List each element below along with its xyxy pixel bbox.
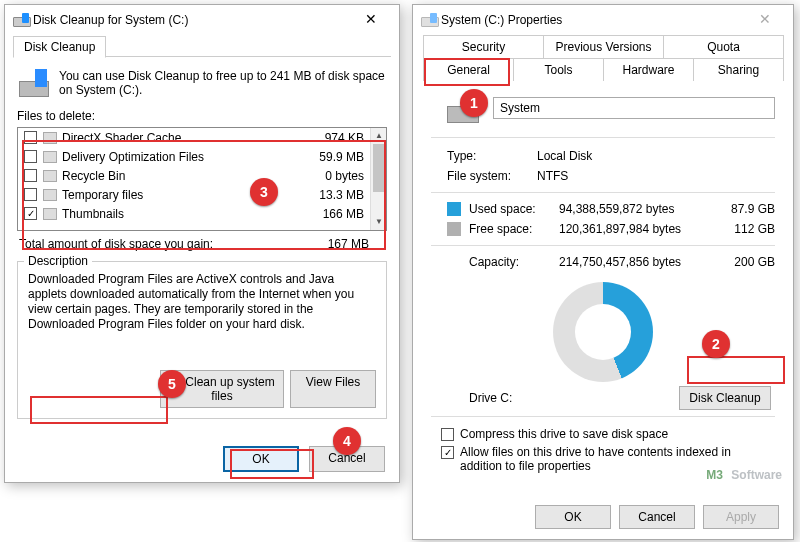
drive-icon (13, 13, 29, 27)
file-icon (43, 151, 57, 163)
file-icon (43, 208, 57, 220)
tab-hardware[interactable]: Hardware (603, 58, 694, 81)
type-label: Type: (447, 149, 537, 163)
list-item[interactable]: ✓Thumbnails166 MB (18, 204, 370, 223)
files-list: DirectX Shader Cache974 KB Delivery Opti… (17, 127, 387, 231)
drive-icon (447, 93, 479, 123)
tab-security[interactable]: Security (423, 35, 544, 58)
checkbox[interactable] (24, 169, 37, 182)
free-swatch (447, 222, 461, 236)
tab-strip: Security Previous Versions Quota General… (423, 35, 783, 79)
item-size: 166 MB (304, 207, 364, 221)
used-bytes: 94,388,559,872 bytes (559, 202, 715, 216)
file-icon (43, 189, 57, 201)
titlebar: System (C:) Properties ✕ (413, 5, 793, 35)
item-name: DirectX Shader Cache (62, 131, 304, 145)
used-label: Used space: (469, 202, 559, 216)
tab-sharing[interactable]: Sharing (693, 58, 784, 81)
titlebar: Disk Cleanup for System (C:) ✕ (5, 5, 399, 35)
tab-general[interactable]: General (423, 58, 514, 81)
used-gb: 87.9 GB (715, 202, 775, 216)
item-name: Temporary files (62, 188, 304, 202)
shield-icon (169, 376, 181, 388)
tab-disk-cleanup[interactable]: Disk Cleanup (13, 36, 106, 58)
list-item[interactable]: Temporary files13.3 MB (18, 185, 370, 204)
item-size: 59.9 MB (304, 150, 364, 164)
usage-donut-chart (553, 282, 653, 382)
compress-label: Compress this drive to save disk space (460, 427, 668, 441)
filesystem-label: File system: (447, 169, 537, 183)
cancel-button[interactable]: Cancel (309, 446, 385, 472)
close-icon[interactable]: ✕ (745, 10, 785, 30)
file-icon (43, 170, 57, 182)
item-name: Delivery Optimization Files (62, 150, 304, 164)
capacity-gb: 200 GB (715, 255, 775, 269)
description-label: Description (24, 254, 92, 268)
disk-cleanup-dialog: Disk Cleanup for System (C:) ✕ Disk Clea… (4, 4, 400, 483)
checkbox[interactable] (24, 150, 37, 163)
disk-cleanup-button[interactable]: Disk Cleanup (679, 386, 771, 410)
checkbox[interactable] (24, 188, 37, 201)
scroll-down-icon[interactable]: ▼ (371, 214, 387, 230)
item-name: Thumbnails (62, 207, 304, 221)
checkbox[interactable]: ✓ (441, 446, 454, 459)
ok-button[interactable]: OK (223, 446, 299, 472)
free-bytes: 120,361,897,984 bytes (559, 222, 715, 236)
scroll-up-icon[interactable]: ▲ (371, 128, 387, 144)
list-item[interactable]: Recycle Bin0 bytes (18, 166, 370, 185)
description-group: Description Downloaded Program Files are… (17, 261, 387, 419)
window-title: System (C:) Properties (437, 13, 745, 27)
item-size: 0 bytes (304, 169, 364, 183)
ok-button[interactable]: OK (535, 505, 611, 529)
checkbox[interactable] (441, 428, 454, 441)
tab-previous-versions[interactable]: Previous Versions (543, 35, 664, 58)
used-swatch (447, 202, 461, 216)
item-name: Recycle Bin (62, 169, 304, 183)
apply-button[interactable]: Apply (703, 505, 779, 529)
item-size: 974 KB (304, 131, 364, 145)
description-text: Downloaded Program Files are ActiveX con… (28, 272, 376, 332)
close-icon[interactable]: ✕ (351, 10, 391, 30)
drive-name-input[interactable] (493, 97, 775, 119)
window-title: Disk Cleanup for System (C:) (29, 13, 351, 27)
type-value: Local Disk (537, 149, 775, 163)
index-label: Allow files on this drive to have conten… (460, 445, 769, 473)
tab-strip: Disk Cleanup (13, 35, 391, 57)
drive-caption: Drive C: (469, 391, 512, 405)
scrollbar[interactable]: ▲▼ (370, 128, 386, 230)
index-option[interactable]: ✓Allow files on this drive to have conte… (431, 441, 775, 473)
capacity-bytes: 214,750,457,856 bytes (559, 255, 715, 269)
item-size: 13.3 MB (304, 188, 364, 202)
tab-tools[interactable]: Tools (513, 58, 604, 81)
file-icon (43, 132, 57, 144)
cancel-button[interactable]: Cancel (619, 505, 695, 529)
list-item[interactable]: DirectX Shader Cache974 KB (18, 128, 370, 147)
compress-option[interactable]: Compress this drive to save disk space (431, 423, 775, 441)
tab-quota[interactable]: Quota (663, 35, 784, 58)
scroll-thumb[interactable] (373, 144, 385, 192)
button-label: Clean up system files (185, 375, 274, 403)
free-label: Free space: (469, 222, 559, 236)
drive-properties-dialog: System (C:) Properties ✕ Security Previo… (412, 4, 794, 540)
files-to-delete-label: Files to delete: (17, 107, 387, 127)
capacity-label: Capacity: (469, 255, 559, 269)
view-files-button[interactable]: View Files (290, 370, 376, 408)
filesystem-value: NTFS (537, 169, 775, 183)
total-label: Total amount of disk space you gain: (19, 237, 305, 251)
checkbox[interactable] (24, 131, 37, 144)
list-item[interactable]: Delivery Optimization Files59.9 MB (18, 147, 370, 166)
free-gb: 112 GB (715, 222, 775, 236)
cleanup-system-files-button[interactable]: Clean up system files (160, 370, 284, 408)
drive-icon (19, 69, 49, 97)
total-value: 167 MB (305, 237, 385, 251)
intro-text: You can use Disk Cleanup to free up to 2… (59, 69, 385, 97)
checkbox[interactable]: ✓ (24, 207, 37, 220)
drive-icon (421, 13, 437, 27)
